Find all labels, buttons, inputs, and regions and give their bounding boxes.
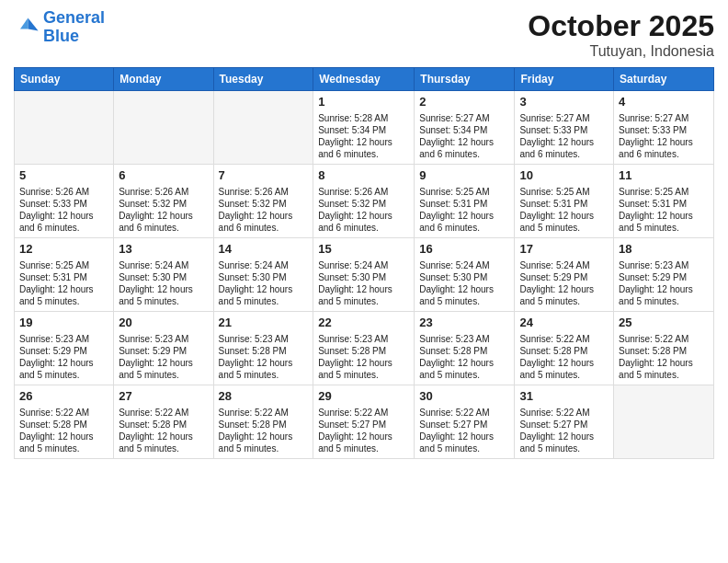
day-info: Sunrise: 5:24 AM Sunset: 5:30 PM Dayligh… bbox=[419, 259, 509, 307]
calendar-week-row: 5Sunrise: 5:26 AM Sunset: 5:33 PM Daylig… bbox=[15, 165, 714, 238]
day-info: Sunrise: 5:27 AM Sunset: 5:33 PM Dayligh… bbox=[619, 112, 709, 160]
day-info: Sunrise: 5:22 AM Sunset: 5:28 PM Dayligh… bbox=[19, 407, 108, 454]
calendar-cell bbox=[15, 91, 114, 165]
day-number: 17 bbox=[519, 242, 609, 258]
calendar-cell: 19Sunrise: 5:23 AM Sunset: 5:29 PM Dayli… bbox=[15, 312, 114, 385]
day-number: 1 bbox=[318, 95, 409, 110]
header: General Blue October 2025 Tutuyan, Indon… bbox=[14, 9, 714, 60]
day-info: Sunrise: 5:26 AM Sunset: 5:32 PM Dayligh… bbox=[219, 186, 309, 234]
day-number: 13 bbox=[119, 242, 208, 258]
day-number: 23 bbox=[419, 316, 509, 331]
logo: General Blue bbox=[14, 9, 105, 46]
calendar-cell bbox=[213, 91, 313, 165]
day-info: Sunrise: 5:22 AM Sunset: 5:28 PM Dayligh… bbox=[219, 407, 309, 454]
calendar-cell: 14Sunrise: 5:24 AM Sunset: 5:30 PM Dayli… bbox=[213, 238, 313, 312]
day-number: 21 bbox=[219, 316, 309, 331]
calendar-cell: 10Sunrise: 5:25 AM Sunset: 5:31 PM Dayli… bbox=[515, 165, 614, 238]
header-monday: Monday bbox=[114, 68, 213, 91]
day-info: Sunrise: 5:28 AM Sunset: 5:34 PM Dayligh… bbox=[318, 112, 409, 160]
calendar-cell: 15Sunrise: 5:24 AM Sunset: 5:30 PM Dayli… bbox=[313, 238, 415, 312]
day-info: Sunrise: 5:23 AM Sunset: 5:28 PM Dayligh… bbox=[419, 333, 509, 381]
day-number: 14 bbox=[219, 242, 309, 258]
calendar-cell: 27Sunrise: 5:22 AM Sunset: 5:28 PM Dayli… bbox=[114, 385, 213, 459]
header-thursday: Thursday bbox=[415, 68, 515, 91]
header-tuesday: Tuesday bbox=[213, 68, 313, 91]
day-info: Sunrise: 5:24 AM Sunset: 5:30 PM Dayligh… bbox=[318, 259, 409, 307]
month-year: October 2025 bbox=[528, 9, 714, 43]
day-info: Sunrise: 5:25 AM Sunset: 5:31 PM Dayligh… bbox=[619, 186, 709, 234]
calendar-cell: 1Sunrise: 5:28 AM Sunset: 5:34 PM Daylig… bbox=[313, 91, 415, 165]
calendar-cell: 21Sunrise: 5:23 AM Sunset: 5:28 PM Dayli… bbox=[213, 312, 313, 385]
calendar-cell: 17Sunrise: 5:24 AM Sunset: 5:29 PM Dayli… bbox=[515, 238, 614, 312]
day-info: Sunrise: 5:24 AM Sunset: 5:30 PM Dayligh… bbox=[119, 259, 208, 307]
calendar-cell: 16Sunrise: 5:24 AM Sunset: 5:30 PM Dayli… bbox=[415, 238, 515, 312]
calendar-cell: 26Sunrise: 5:22 AM Sunset: 5:28 PM Dayli… bbox=[15, 385, 114, 459]
calendar-cell: 24Sunrise: 5:22 AM Sunset: 5:28 PM Dayli… bbox=[515, 312, 614, 385]
title-block: October 2025 Tutuyan, Indonesia bbox=[528, 9, 714, 60]
day-info: Sunrise: 5:24 AM Sunset: 5:29 PM Dayligh… bbox=[519, 259, 609, 307]
day-info: Sunrise: 5:22 AM Sunset: 5:28 PM Dayligh… bbox=[619, 333, 709, 381]
day-number: 5 bbox=[19, 168, 108, 184]
calendar-cell: 28Sunrise: 5:22 AM Sunset: 5:28 PM Dayli… bbox=[213, 385, 313, 459]
day-number: 22 bbox=[318, 316, 409, 331]
day-number: 24 bbox=[519, 316, 609, 331]
day-number: 20 bbox=[119, 316, 208, 331]
calendar-cell: 29Sunrise: 5:22 AM Sunset: 5:27 PM Dayli… bbox=[313, 385, 415, 459]
calendar-cell: 12Sunrise: 5:25 AM Sunset: 5:31 PM Dayli… bbox=[15, 238, 114, 312]
day-number: 4 bbox=[619, 95, 709, 110]
day-info: Sunrise: 5:24 AM Sunset: 5:30 PM Dayligh… bbox=[219, 259, 309, 307]
logo-icon bbox=[14, 15, 40, 40]
calendar-week-row: 12Sunrise: 5:25 AM Sunset: 5:31 PM Dayli… bbox=[15, 238, 714, 312]
day-number: 10 bbox=[519, 168, 609, 184]
day-number: 2 bbox=[419, 95, 509, 110]
day-info: Sunrise: 5:22 AM Sunset: 5:27 PM Dayligh… bbox=[419, 407, 509, 454]
day-info: Sunrise: 5:25 AM Sunset: 5:31 PM Dayligh… bbox=[519, 186, 609, 234]
calendar-week-row: 1Sunrise: 5:28 AM Sunset: 5:34 PM Daylig… bbox=[15, 91, 714, 165]
day-info: Sunrise: 5:27 AM Sunset: 5:34 PM Dayligh… bbox=[419, 112, 509, 160]
day-info: Sunrise: 5:23 AM Sunset: 5:29 PM Dayligh… bbox=[619, 259, 709, 307]
location: Tutuyan, Indonesia bbox=[528, 43, 714, 60]
calendar-cell: 23Sunrise: 5:23 AM Sunset: 5:28 PM Dayli… bbox=[415, 312, 515, 385]
day-number: 28 bbox=[219, 389, 309, 405]
day-info: Sunrise: 5:22 AM Sunset: 5:27 PM Dayligh… bbox=[318, 407, 409, 454]
calendar-cell: 13Sunrise: 5:24 AM Sunset: 5:30 PM Dayli… bbox=[114, 238, 213, 312]
calendar-cell: 6Sunrise: 5:26 AM Sunset: 5:32 PM Daylig… bbox=[114, 165, 213, 238]
day-number: 6 bbox=[119, 168, 208, 184]
logo-text: General Blue bbox=[43, 9, 105, 46]
day-number: 19 bbox=[19, 316, 108, 331]
day-number: 11 bbox=[619, 168, 709, 184]
calendar-cell: 9Sunrise: 5:25 AM Sunset: 5:31 PM Daylig… bbox=[415, 165, 515, 238]
day-info: Sunrise: 5:25 AM Sunset: 5:31 PM Dayligh… bbox=[419, 186, 509, 234]
day-info: Sunrise: 5:25 AM Sunset: 5:31 PM Dayligh… bbox=[19, 259, 108, 307]
day-info: Sunrise: 5:26 AM Sunset: 5:32 PM Dayligh… bbox=[119, 186, 208, 234]
weekday-header-row: Sunday Monday Tuesday Wednesday Thursday… bbox=[15, 68, 714, 91]
day-info: Sunrise: 5:23 AM Sunset: 5:29 PM Dayligh… bbox=[119, 333, 208, 381]
calendar-cell: 20Sunrise: 5:23 AM Sunset: 5:29 PM Dayli… bbox=[114, 312, 213, 385]
day-info: Sunrise: 5:23 AM Sunset: 5:28 PM Dayligh… bbox=[318, 333, 409, 381]
calendar-cell: 22Sunrise: 5:23 AM Sunset: 5:28 PM Dayli… bbox=[313, 312, 415, 385]
calendar-cell: 30Sunrise: 5:22 AM Sunset: 5:27 PM Dayli… bbox=[415, 385, 515, 459]
calendar-cell bbox=[114, 91, 213, 165]
calendar-cell: 8Sunrise: 5:26 AM Sunset: 5:32 PM Daylig… bbox=[313, 165, 415, 238]
day-info: Sunrise: 5:22 AM Sunset: 5:28 PM Dayligh… bbox=[119, 407, 208, 454]
day-number: 25 bbox=[619, 316, 709, 331]
calendar: Sunday Monday Tuesday Wednesday Thursday… bbox=[14, 67, 714, 459]
calendar-cell: 5Sunrise: 5:26 AM Sunset: 5:33 PM Daylig… bbox=[15, 165, 114, 238]
day-number: 16 bbox=[419, 242, 509, 258]
day-number: 29 bbox=[318, 389, 409, 405]
day-number: 3 bbox=[519, 95, 609, 110]
day-info: Sunrise: 5:22 AM Sunset: 5:28 PM Dayligh… bbox=[519, 333, 609, 381]
day-info: Sunrise: 5:26 AM Sunset: 5:32 PM Dayligh… bbox=[318, 186, 409, 234]
page: General Blue October 2025 Tutuyan, Indon… bbox=[0, 0, 728, 563]
day-number: 15 bbox=[318, 242, 409, 258]
day-number: 8 bbox=[318, 168, 409, 184]
calendar-cell: 3Sunrise: 5:27 AM Sunset: 5:33 PM Daylig… bbox=[515, 91, 614, 165]
day-number: 18 bbox=[619, 242, 709, 258]
day-number: 31 bbox=[519, 389, 609, 405]
svg-marker-0 bbox=[28, 17, 38, 30]
header-wednesday: Wednesday bbox=[313, 68, 415, 91]
day-info: Sunrise: 5:26 AM Sunset: 5:33 PM Dayligh… bbox=[19, 186, 108, 234]
day-number: 27 bbox=[119, 389, 208, 405]
calendar-cell: 18Sunrise: 5:23 AM Sunset: 5:29 PM Dayli… bbox=[614, 238, 714, 312]
header-sunday: Sunday bbox=[15, 68, 114, 91]
